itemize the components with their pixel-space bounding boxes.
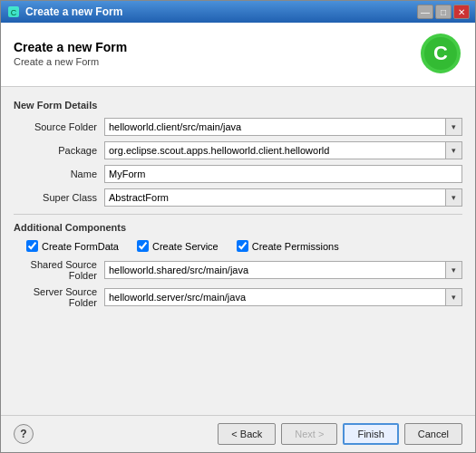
title-bar-left: C Create a new Form (6, 5, 122, 19)
package-group: Package ▾ (14, 141, 462, 159)
super-class-input[interactable] (104, 188, 446, 207)
header-icon: C (419, 32, 462, 75)
name-input-wrap (104, 165, 462, 183)
package-dropdown[interactable]: ▾ (446, 141, 462, 159)
close-icon: ✕ (458, 7, 465, 17)
server-source-folder-input[interactable] (104, 288, 446, 306)
create-permissions-label: Create Permissions (252, 241, 339, 252)
title-bar-controls: — □ ✕ (417, 5, 470, 19)
additional-components-label: Additional Components (14, 222, 462, 233)
name-input[interactable] (104, 165, 462, 183)
maximize-button[interactable]: □ (435, 5, 452, 19)
super-class-input-wrap: ▾ (104, 188, 462, 207)
window: C Create a new Form — □ ✕ Create a new F… (0, 0, 476, 453)
server-source-folder-group: Server Source Folder ▾ (14, 286, 462, 308)
chevron-down-icon: ▾ (452, 265, 456, 275)
chevron-down-icon: ▾ (452, 193, 456, 202)
source-folder-dropdown[interactable]: ▾ (446, 118, 462, 136)
create-permissions-checkbox-item[interactable]: Create Permissions (237, 240, 339, 252)
divider (14, 214, 462, 215)
minimize-button[interactable]: — (417, 5, 433, 19)
shared-source-folder-input-wrap: ▾ (104, 261, 462, 279)
shared-source-folder-label: Shared Source Folder (14, 259, 104, 281)
finish-button[interactable]: Finish (343, 423, 398, 445)
checkboxes-row: Create FormData Create Service Create Pe… (14, 240, 462, 252)
create-form-data-checkbox[interactable] (26, 240, 38, 252)
create-service-label: Create Service (152, 241, 219, 252)
server-source-folder-dropdown[interactable]: ▾ (446, 288, 462, 306)
close-button[interactable]: ✕ (453, 5, 470, 19)
super-class-label: Super Class (14, 192, 104, 203)
chevron-down-icon: ▾ (452, 122, 456, 131)
source-folder-group: Source Folder ▾ (14, 118, 462, 136)
source-folder-input-wrap: ▾ (104, 118, 462, 136)
help-icon: ? (20, 428, 26, 440)
header-title: Create a new Form (14, 40, 127, 54)
svg-text:C: C (433, 42, 448, 64)
package-label: Package (14, 145, 104, 156)
help-button[interactable]: ? (14, 424, 34, 444)
window-icon: C (6, 5, 21, 19)
shared-source-folder-input[interactable] (104, 261, 446, 279)
create-form-data-label: Create FormData (42, 241, 119, 252)
create-permissions-checkbox[interactable] (237, 240, 248, 252)
svg-text:C: C (11, 8, 17, 17)
create-service-checkbox-item[interactable]: Create Service (137, 240, 219, 252)
header-subtitle: Create a new Form (14, 56, 127, 67)
minimize-icon: — (421, 7, 430, 17)
create-form-data-checkbox-item[interactable]: Create FormData (26, 240, 119, 252)
footer: ? < Back Next > Finish Cancel (1, 415, 475, 452)
super-class-dropdown[interactable]: ▾ (446, 188, 462, 207)
maximize-icon: □ (441, 7, 446, 17)
footer-buttons: < Back Next > Finish Cancel (218, 423, 462, 445)
back-button[interactable]: < Back (218, 423, 276, 445)
title-bar: C Create a new Form — □ ✕ (1, 1, 475, 23)
next-button[interactable]: Next > (281, 423, 337, 445)
shared-source-folder-dropdown[interactable]: ▾ (446, 261, 462, 279)
footer-left: ? (14, 424, 34, 444)
cancel-button[interactable]: Cancel (404, 423, 462, 445)
server-source-folder-input-wrap: ▾ (104, 288, 462, 306)
name-label: Name (14, 169, 104, 179)
package-input-wrap: ▾ (104, 141, 462, 159)
source-folder-label: Source Folder (14, 121, 104, 132)
chevron-down-icon: ▾ (452, 146, 456, 155)
name-group: Name (14, 165, 462, 183)
server-source-folder-label: Server Source Folder (14, 286, 104, 308)
chevron-down-icon: ▾ (452, 293, 456, 302)
header-section: Create a new Form Create a new Form C (1, 23, 475, 87)
window-title: Create a new Form (25, 5, 122, 18)
new-form-details-label: New Form Details (14, 100, 462, 111)
package-input[interactable] (104, 141, 446, 159)
shared-source-folder-group: Shared Source Folder ▾ (14, 259, 462, 281)
header-text-block: Create a new Form Create a new Form (14, 40, 127, 67)
super-class-group: Super Class ▾ (14, 188, 462, 207)
source-folder-input[interactable] (104, 118, 446, 136)
create-service-checkbox[interactable] (137, 240, 149, 252)
content-area: New Form Details Source Folder ▾ Package… (1, 87, 475, 415)
